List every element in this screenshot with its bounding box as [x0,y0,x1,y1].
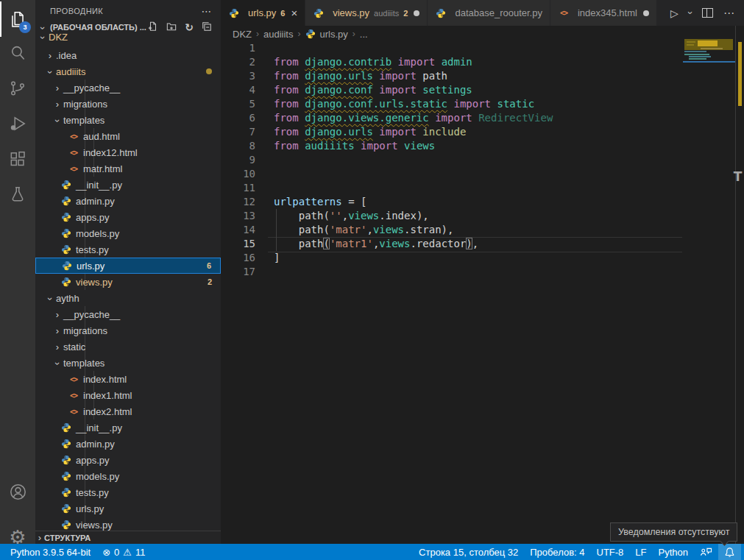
chevron-down-icon[interactable]: › [38,33,49,42]
source-control-icon[interactable] [0,71,35,106]
modified-dot-icon[interactable] [414,10,419,16]
tree-item-pycache[interactable]: ›__pycache__ [35,306,221,322]
tree-item-models-py[interactable]: models.py [35,225,221,241]
code-line-14[interactable]: 14 path('matr',views.stran), [221,223,744,237]
tree-item-urls-py[interactable]: urls.py6 [35,258,221,274]
tree-item-migrations[interactable]: ›migrations [35,96,221,112]
code-line-8[interactable]: 8from audiiits import views [221,139,744,153]
code-line-4[interactable]: 4from django.conf import settings [221,83,744,97]
new-folder-icon[interactable] [166,21,177,33]
chevron-right-icon[interactable]: › [53,82,62,93]
tree-item-index-html[interactable]: <>index.html [35,371,221,387]
run-button[interactable]: ▷ [670,7,679,19]
code-line-9[interactable]: 9 [221,153,744,167]
chevron-down-icon[interactable]: › [45,68,56,77]
tree-item-urls-py[interactable]: urls.py [35,500,221,517]
tree-item-index2-html[interactable]: <>index2.html [35,403,221,419]
tree-item-matr-html[interactable]: <>matr.html [35,160,221,177]
tree-item-init-py[interactable]: __init__.py [35,177,221,193]
chevron-down-icon[interactable]: › [45,294,56,303]
line-number[interactable]: 14 [221,223,255,237]
tree-item-views-py[interactable]: views.py2 [35,274,221,290]
scrollbar-track[interactable] [735,26,736,544]
chevron-right-icon[interactable]: › [53,341,62,352]
code-line-10[interactable]: 10 [221,167,744,181]
tree-item-apps-py[interactable]: apps.py [35,209,221,225]
line-number[interactable]: 17 [221,265,255,279]
tree-item-static[interactable]: ›static [35,339,221,355]
tree-item-index1-html[interactable]: <>index1.html [35,387,221,403]
close-icon[interactable]: × [291,7,297,18]
code-line-7[interactable]: 7from django.urls import include [221,125,744,139]
chevron-right-icon[interactable]: › [53,325,62,336]
breadcrumb-item-[interactable]: ... [360,29,368,40]
code-line-5[interactable]: 5from django.conf.urls.static import sta… [221,97,744,111]
chevron-down-icon[interactable]: › [52,116,63,125]
tree-item-idea[interactable]: ›.idea [35,47,221,63]
code-line-13[interactable]: 13 path('',views.index), [221,209,744,223]
tree-item-aud-html[interactable]: <>aud.html [35,128,221,144]
code-line-6[interactable]: 6from django.views.generic import Redire… [221,111,744,125]
new-file-icon[interactable] [148,21,158,33]
line-number[interactable]: 5 [221,97,255,111]
run-dropdown-chevron-icon[interactable]: › [684,11,695,14]
line-number[interactable]: 6 [221,111,255,125]
line-number[interactable]: 12 [221,195,255,209]
workspace-section-header[interactable]: › (РАБОЧАЯ ОБЛАСТЬ) ... ↻ [35,21,221,34]
testing-icon[interactable] [0,177,35,212]
encoding-status[interactable]: UTF-8 [591,544,630,560]
python-interpreter-status[interactable]: Python 3.9.5 64-bit [4,544,96,560]
line-number[interactable]: 4 [221,83,255,97]
chevron-right-icon[interactable]: › [46,50,54,61]
more-actions-icon[interactable]: ⋯ [723,7,735,20]
run-and-debug-icon[interactable] [0,106,35,141]
search-icon[interactable] [0,35,35,71]
chevron-right-icon[interactable]: › [53,309,62,320]
tree-item-tests-py[interactable]: tests.py [35,484,221,500]
tab-views-py[interactable]: views.pyaudiiits2 [305,0,428,26]
feedback-icon[interactable] [694,544,718,560]
line-number[interactable]: 16 [221,251,255,265]
tree-item-models-py[interactable]: models.py [35,468,221,484]
tree-item-audiiits[interactable]: ›audiiits [35,63,221,79]
modified-dot-icon[interactable] [643,10,649,16]
tree-item-migrations[interactable]: ›migrations [35,322,221,339]
tab-database-roouter-py[interactable]: database_roouter.py [428,0,550,26]
code-line-1[interactable]: 1 [221,41,744,55]
tree-item-tests-py[interactable]: tests.py [35,241,221,258]
line-number[interactable]: 7 [221,125,255,139]
cursor-position-status[interactable]: Строка 15, столбец 32 [413,544,524,560]
line-number[interactable]: 10 [221,167,255,181]
code-line-16[interactable]: 16] [221,251,744,265]
tree-item-index12-html[interactable]: <>index12.html [35,144,221,160]
line-number[interactable]: 8 [221,139,255,153]
language-mode-status[interactable]: Python [653,544,694,560]
refresh-icon[interactable]: ↻ [185,22,194,32]
explorer-icon[interactable]: 3 [0,1,35,37]
tree-item-admin-py[interactable]: admin.py [35,436,221,452]
code-line-2[interactable]: 2from django.contrib import admin [221,55,744,69]
tree-item-pycache[interactable]: ›__pycache__ [35,79,221,96]
line-number[interactable]: 2 [221,55,255,69]
line-number[interactable]: 1 [221,41,255,55]
line-number[interactable]: 13 [221,209,255,223]
breadcrumb-item-urls-py[interactable]: urls.py [319,29,347,40]
extensions-icon[interactable] [0,141,35,177]
code-line-15[interactable]: 15 path('matr1',views.redactor), [221,237,744,251]
code-line-3[interactable]: 3from django.urls import path [221,69,744,83]
indentation-status[interactable]: Пробелов: 4 [524,544,590,560]
collapse-all-icon[interactable] [202,21,212,33]
tree-item-init-py[interactable]: __init__.py [35,419,221,436]
code-line-17[interactable]: 17 [221,265,744,279]
line-number[interactable]: 9 [221,153,255,167]
chevron-down-icon[interactable]: › [52,359,63,368]
split-editor-icon[interactable] [702,8,713,18]
tree-item-aythh[interactable]: ›aythh [35,290,221,306]
problems-status[interactable]: ⊗ 0 ⚠ 11 [96,544,151,560]
account-icon[interactable] [0,474,35,509]
line-number[interactable]: 11 [221,181,255,195]
notifications-bell-icon[interactable] [718,544,741,560]
breadcrumb-item-audiiits[interactable]: audiiits [263,29,293,40]
breadcrumb-item-dkz[interactable]: DKZ [233,29,252,40]
code-line-11[interactable]: 11 [221,181,744,195]
